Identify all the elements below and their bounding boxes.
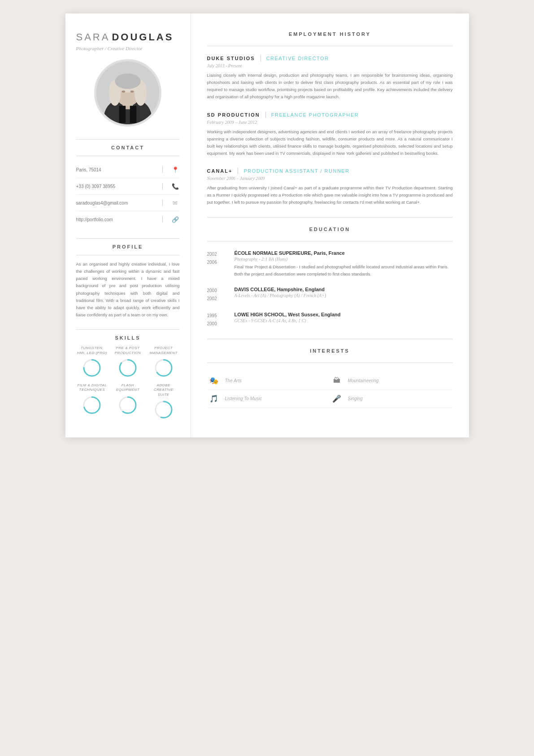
interest-icon: 🎭	[207, 376, 221, 385]
last-name: DOUGLAS	[112, 31, 174, 43]
contact-section: CONTACT Paris, 75014 📍 +33 (0) 3097 3895…	[76, 145, 180, 227]
interest-icon: 🎵	[207, 394, 221, 403]
interests-title: INTERESTS	[207, 348, 453, 354]
job-desc: After graduating from university I joine…	[207, 184, 453, 206]
interest-label: The Arts	[225, 378, 242, 383]
edu-degree: A-Levels - Art (A) / Photography (A) / F…	[234, 293, 326, 298]
skill-circle	[82, 358, 102, 378]
email-icon: ✉	[171, 198, 180, 207]
job-sep	[260, 55, 261, 61]
job-title: PRODUCTION ASSISTANT / RUNNER	[243, 168, 349, 174]
job-date: February 2009 – June 2012	[207, 120, 453, 125]
left-column: SARA DOUGLAS Photographer / Creative Dir…	[65, 13, 191, 437]
profile-text: As an organised and highly creative indi…	[76, 261, 180, 319]
job-sep	[265, 112, 266, 118]
interest-item: 🎵 Listening To Music	[207, 390, 330, 408]
interest-item: 🎤 Singing	[330, 390, 453, 408]
job-sep	[238, 168, 238, 174]
interest-label: Listening To Music	[225, 396, 262, 401]
edu-entry: 1995 2000 LOWE HIGH SCHOOL, West Sussex,…	[207, 312, 453, 328]
edu-container: 2002 2006 ÉCOLE NORMALE SUPERIEURE, Pari…	[207, 250, 453, 328]
profile-section: PROFILE As an organised and highly creat…	[76, 244, 180, 319]
contact-title-divider	[76, 156, 180, 156]
job-date: July 2013 - Present	[207, 63, 453, 68]
employment-title: EMPLOYMENT HISTORY	[207, 31, 453, 37]
job-title: CREATIVE DIRECTOR	[266, 56, 329, 61]
profile-photo	[94, 59, 161, 127]
skill-item: PRE & POST PRODUCTION	[112, 346, 144, 378]
link-icon: 🔗	[171, 215, 180, 224]
interest-item: 🎭 The Arts	[207, 372, 330, 390]
phone-icon: 📞	[171, 182, 180, 191]
skill-circle-svg	[118, 358, 138, 378]
edu-desc: Final Year Project & Dissertation - I st…	[234, 263, 453, 278]
job-title: FREELANCE PHOTOGRAPHER	[271, 112, 359, 118]
profile-title: PROFILE	[76, 244, 180, 249]
edu-school: DAVIS COLLEGE, Hampshire, England	[234, 287, 326, 292]
job-entry: CANAL+ PRODUCTION ASSISTANT / RUNNER Nov…	[207, 168, 453, 206]
interests-grid: 🎭 The Arts 🏔 Mountaineering 🎵 Listening …	[207, 372, 453, 408]
interest-label: Singing	[348, 396, 363, 401]
contact-phone-text: +33 (0) 3097 38955	[76, 184, 158, 189]
job-company: DUKE STUDIOS	[207, 56, 255, 61]
photo-container	[76, 59, 180, 127]
contact-email-text: saradouglas4@gmail.com	[76, 201, 158, 205]
job-entry: DUKE STUDIOS CREATIVE DIRECTOR July 2013…	[207, 55, 453, 101]
jobs-container: DUKE STUDIOS CREATIVE DIRECTOR July 2013…	[207, 55, 453, 206]
svg-rect-12	[130, 106, 136, 123]
skill-circle	[154, 400, 174, 420]
job-entry: SD PRODUCTION FREELANCE PHOTOGRAPHER Feb…	[207, 112, 453, 157]
svg-point-9	[122, 91, 126, 93]
edu-school: ÉCOLE NORMALE SUPERIEURE, Paris, France	[234, 250, 453, 256]
contact-divider	[76, 139, 180, 140]
edu-entry: 2000 2002 DAVIS COLLEGE, Hampshire, Engl…	[207, 287, 453, 303]
skill-item: FILM & DIGITAL TECHNIQUES	[76, 383, 109, 420]
profile-title-divider	[76, 255, 180, 255]
sep2	[162, 183, 163, 189]
resume-page: SARA DOUGLAS Photographer / Creative Dir…	[65, 13, 469, 437]
edu-years: 1995 2000	[207, 312, 227, 328]
edu-school: LOWE HIGH SCHOOL, West Sussex, England	[234, 312, 341, 317]
interests-section-divider	[207, 339, 453, 339]
job-header: CANAL+ PRODUCTION ASSISTANT / RUNNER	[207, 168, 453, 174]
skill-circle	[118, 358, 138, 378]
skill-circle	[154, 358, 174, 378]
education-divider	[207, 241, 453, 241]
edu-year-start: 2002	[207, 250, 227, 258]
contact-address: Paris, 75014 📍	[76, 162, 180, 178]
svg-point-8	[115, 74, 141, 89]
edu-year-end: 2006	[207, 258, 227, 267]
edu-content: ÉCOLE NORMALE SUPERIEURE, Paris, France …	[234, 250, 453, 278]
location-icon: 📍	[171, 165, 180, 174]
skill-circle-svg	[154, 358, 174, 378]
profile-divider	[76, 238, 180, 239]
skill-label: PROJECT MANAGEMENT	[148, 346, 180, 355]
edu-degree: GCSEs - 9 GCSEs A-C (4 As, 4 Bs, 1 C)	[234, 318, 341, 323]
skill-item: PROJECT MANAGEMENT	[148, 346, 180, 378]
sep4	[162, 216, 163, 223]
skill-label: TUNGSTEN, HMI, LED (PRO)	[76, 346, 109, 355]
interest-icon: 🏔	[330, 376, 343, 385]
contact-phone: +33 (0) 3097 38955 📞	[76, 178, 180, 195]
edu-entry: 2002 2006 ÉCOLE NORMALE SUPERIEURE, Pari…	[207, 250, 453, 278]
profile-photo-svg	[96, 59, 160, 127]
edu-years: 2000 2002	[207, 287, 227, 303]
skill-item: ADOBE CREATIVE SUITE	[148, 383, 180, 420]
skill-circle-svg	[82, 395, 102, 415]
interest-item: 🏔 Mountaineering	[330, 372, 453, 390]
education-title: EDUCATION	[207, 227, 453, 232]
skill-label: FILM & DIGITAL TECHNIQUES	[76, 383, 109, 393]
edu-years: 2002 2006	[207, 250, 227, 278]
job-company: SD PRODUCTION	[207, 112, 260, 118]
skill-circle-svg	[82, 358, 102, 378]
edu-year-end: 2002	[207, 295, 227, 303]
interest-icon: 🎤	[330, 394, 343, 403]
skill-circle-svg	[118, 395, 138, 415]
skill-circle	[118, 395, 138, 415]
skill-item: FLASH EQUIPMENT	[112, 383, 144, 420]
svg-rect-11	[119, 106, 126, 123]
skills-title: SKILLS	[76, 335, 180, 341]
sep3	[162, 200, 163, 206]
edu-content: LOWE HIGH SCHOOL, West Sussex, England G…	[234, 312, 341, 328]
skill-circle	[82, 395, 102, 415]
